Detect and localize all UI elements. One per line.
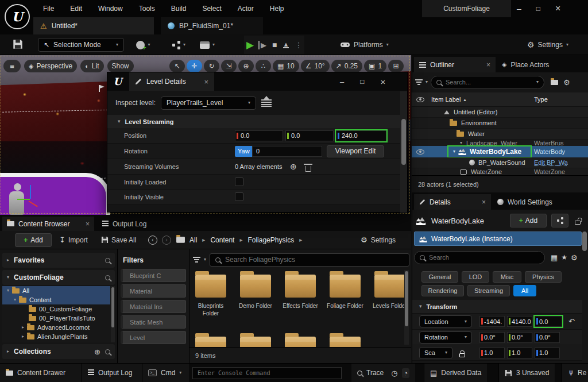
tab-bp-fluidsim[interactable]: BP_FluidSim_01*: [161, 17, 263, 34]
location-y-input[interactable]: 4140.0: [507, 316, 532, 327]
play-options-kebab[interactable]: ⋮: [295, 41, 302, 49]
gear-icon[interactable]: ⚙: [563, 78, 570, 87]
rotation-y-input[interactable]: 0.0°: [507, 332, 532, 343]
tree-item-00-playertrails[interactable]: 00_PlayerTrailsTuto: [2, 314, 115, 323]
grid-snap-control[interactable]: ▦10: [273, 60, 299, 72]
outliner-search-input[interactable]: [446, 79, 514, 86]
maximize-button[interactable]: □: [360, 78, 364, 86]
position-y-input[interactable]: 0.0: [285, 130, 334, 141]
details-tab-misc[interactable]: Misc: [493, 271, 521, 283]
chevron-down-icon[interactable]: ▾: [425, 80, 428, 84]
timer-clock-icon[interactable]: ◔: [402, 368, 410, 378]
tab-untitled-level[interactable]: ⚠ Untitled*: [33, 17, 154, 34]
platforms-dropdown[interactable]: Platforms ▾: [340, 38, 389, 52]
viewport-options-menu[interactable]: ≡: [3, 60, 21, 72]
lock-icon[interactable]: [575, 221, 581, 225]
yaw-input[interactable]: 0: [252, 146, 322, 157]
add-component-button[interactable]: +Add: [510, 214, 547, 227]
chevron-right-icon[interactable]: ▸: [22, 325, 24, 330]
move-tool[interactable]: ✛: [187, 60, 202, 72]
cinematics-dropdown[interactable]: ▾: [200, 38, 215, 52]
level-details-tab[interactable]: Level Details ×: [129, 72, 214, 91]
menu-tools[interactable]: Tools: [131, 0, 163, 17]
details-tab-rendering[interactable]: Rendering: [421, 285, 464, 296]
column-type[interactable]: Type: [534, 96, 548, 103]
tree-item-content[interactable]: ▾ Content: [2, 295, 110, 304]
eject-button[interactable]: ▲: [283, 41, 289, 48]
details-tab-lod[interactable]: LOD: [462, 271, 489, 283]
favorites-section-header[interactable]: ▸ Favorites: [2, 253, 115, 268]
unsaved-button[interactable]: 3 Unsaved: [498, 364, 555, 382]
scale-y-input[interactable]: 1.0: [507, 348, 532, 358]
world-coordinate-toggle[interactable]: ⊕: [238, 60, 254, 72]
perspective-dropdown[interactable]: ◈ Perspective: [24, 60, 77, 72]
asset-folder-demo[interactable]: Demo Folder: [235, 275, 276, 310]
insights-clock-icon[interactable]: ◷: [391, 369, 397, 377]
gear-icon[interactable]: ⚙: [571, 253, 578, 262]
tab-place-actors[interactable]: ◈ Place Actors: [498, 57, 585, 72]
minimize-button[interactable]: –: [340, 78, 344, 86]
sources-section-header[interactable]: ▾ CustomFoliage: [2, 270, 115, 285]
scale-x-input[interactable]: 1.0: [479, 348, 505, 358]
search-icon[interactable]: [105, 258, 110, 263]
reset-to-default-icon[interactable]: ↶: [568, 317, 575, 326]
gizmo-z-axis[interactable]: [30, 185, 31, 199]
rotation-snap-control[interactable]: ∠10°: [301, 60, 330, 72]
outliner-row-waterbodylake[interactable]: ▾ WaterBodyLake WaterBody: [412, 146, 588, 157]
tab-output-log[interactable]: Output Log: [98, 217, 161, 231]
details-search-box[interactable]: [414, 251, 545, 264]
outliner-row-environment[interactable]: Environment: [412, 118, 588, 129]
sources-scrollbar[interactable]: [111, 286, 115, 342]
scale-tool[interactable]: ⇲: [221, 60, 237, 72]
asset-search-input[interactable]: [225, 256, 386, 264]
asset-folder-partial[interactable]: [330, 337, 361, 347]
edit-blueprint-button[interactable]: [551, 214, 568, 227]
close-button[interactable]: ×: [555, 3, 560, 14]
select-tool[interactable]: ↖: [169, 60, 185, 72]
filter-static-mesh[interactable]: Static Mesh: [121, 315, 186, 329]
initially-visible-checkbox[interactable]: [235, 192, 243, 201]
add-actor-dropdown[interactable]: + ▾: [136, 38, 150, 52]
initially-loaded-checkbox[interactable]: [235, 178, 243, 186]
chevron-right-icon[interactable]: ▸: [22, 334, 24, 339]
viewport-edit-button[interactable]: Viewport Edit: [327, 145, 384, 157]
scale-z-input[interactable]: 1.0: [535, 348, 560, 358]
rotation-z-input[interactable]: 0.0°: [535, 332, 560, 343]
position-z-input[interactable]: 240.0: [336, 130, 386, 141]
import-button[interactable]: ↧Import: [59, 236, 88, 244]
close-icon[interactable]: ×: [204, 78, 208, 86]
column-item-label[interactable]: Item Label: [431, 96, 461, 103]
outliner-search-box[interactable]: ▾: [431, 76, 544, 89]
cmd-dropdown[interactable]: >_ Cmd ▾: [142, 364, 189, 382]
camera-speed-control[interactable]: ▣1: [364, 60, 386, 72]
chevron-down-icon[interactable]: ▾: [204, 257, 206, 262]
position-x-input[interactable]: 0.0: [235, 130, 283, 141]
asset-search-box[interactable]: [210, 253, 409, 267]
details-scrollbar[interactable]: [582, 231, 587, 335]
tree-item-alienjungleplants[interactable]: ▸ AlienJunglePlants: [2, 332, 115, 341]
rotate-tool[interactable]: ↻: [204, 60, 219, 72]
levels-window-icon[interactable]: [261, 99, 272, 107]
filter-funnel-icon[interactable]: [193, 257, 200, 263]
assets-scrollbar[interactable]: [404, 270, 409, 345]
close-icon[interactable]: ×: [482, 198, 486, 206]
breadcrumb-content[interactable]: Content: [210, 236, 234, 244]
new-folder-icon[interactable]: [551, 80, 558, 85]
add-collection-icon[interactable]: ⊕: [94, 348, 100, 356]
search-icon[interactable]: [105, 349, 110, 354]
filter-level[interactable]: Level: [121, 331, 186, 344]
menu-build[interactable]: Build: [164, 0, 194, 17]
add-asset-button[interactable]: +Add: [15, 233, 52, 247]
chevron-down-icon[interactable]: ▾: [536, 80, 539, 84]
revision-control-button[interactable]: ⋔ Re: [562, 364, 588, 382]
rotation-dropdown[interactable]: Rotation▾: [419, 331, 472, 344]
chevron-down-icon[interactable]: ▾: [460, 141, 462, 145]
chevron-down-icon[interactable]: ▾: [14, 298, 16, 302]
location-x-input[interactable]: -1404.: [479, 316, 505, 327]
close-icon[interactable]: ×: [86, 220, 90, 228]
display-grid-icon[interactable]: ▦: [551, 253, 558, 262]
forward-button[interactable]: ›: [162, 236, 171, 245]
outliner-row-water[interactable]: Water: [412, 129, 588, 140]
asset-folder-partial[interactable]: [195, 337, 226, 347]
editor-mode-dropdown[interactable]: ↖ Selection Mode ▾: [38, 38, 124, 52]
